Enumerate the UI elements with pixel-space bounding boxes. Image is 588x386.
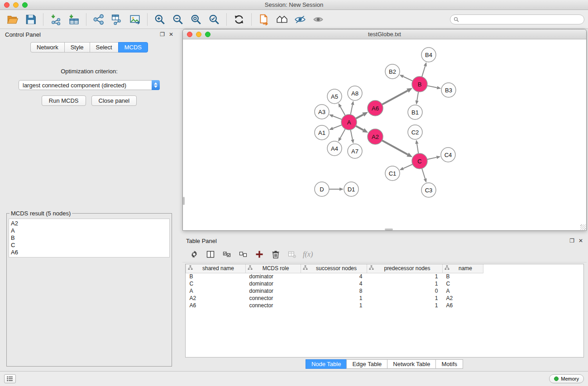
network-edge[interactable] [340, 129, 345, 138]
column-header-MCDS-role[interactable]: MCDS role [246, 264, 301, 273]
network-node[interactable]: A2 [368, 129, 383, 144]
table-cell[interactable]: 0 [367, 287, 443, 295]
network-node[interactable]: B1 [408, 105, 422, 119]
tab-mcds[interactable]: MCDS [118, 42, 148, 52]
home-button[interactable] [273, 11, 291, 28]
table-cell[interactable]: 1 [367, 295, 443, 302]
network-node[interactable]: A4 [327, 141, 342, 156]
delete-row-button[interactable] [268, 248, 283, 261]
table-cell[interactable]: 1 [301, 302, 367, 309]
style-visibility-button[interactable] [291, 11, 309, 28]
import-table-disabled-button[interactable] [285, 248, 299, 261]
network-edge[interactable] [356, 114, 363, 119]
float-panel-icon[interactable]: ❐ [160, 32, 165, 37]
table-cell[interactable]: C [443, 280, 483, 287]
table-cell[interactable]: 1 [301, 295, 367, 302]
network-node[interactable]: A [341, 114, 357, 130]
table-cell[interactable]: dominator [246, 287, 301, 295]
column-visibility-button[interactable] [203, 248, 218, 261]
minimize-window-button[interactable] [13, 2, 19, 8]
network-node[interactable]: B4 [421, 48, 436, 62]
network-edge[interactable] [427, 86, 437, 87]
table-cell[interactable]: A [443, 287, 483, 295]
table-cell[interactable]: A2 [443, 295, 483, 302]
network-canvas[interactable]: AA6A2BCA5A8A3A1A4A7B1B2B3B4C1C2C3C4DD1 [183, 39, 586, 230]
import-table-button[interactable] [65, 11, 83, 28]
tab-style[interactable]: Style [64, 42, 90, 52]
search-input[interactable] [450, 14, 584, 24]
network-node[interactable]: C2 [408, 125, 422, 139]
network-edge[interactable] [403, 76, 413, 81]
network-edge[interactable] [417, 144, 418, 154]
network-node[interactable]: A8 [348, 86, 362, 100]
table-cell[interactable]: dominator [246, 280, 301, 287]
table-row[interactable]: A2connector11A2 [186, 295, 483, 302]
column-header-predecessor-nodes[interactable]: predecessor nodes [367, 264, 443, 273]
zoom-fit-button[interactable] [187, 11, 205, 28]
network-edge[interactable] [340, 107, 345, 116]
table-cell[interactable]: 8 [301, 287, 367, 295]
table-cell[interactable]: A2 [186, 295, 246, 302]
network-node[interactable]: B3 [441, 83, 456, 97]
network-edge[interactable] [350, 130, 352, 140]
network-node[interactable]: D1 [344, 182, 359, 196]
network-edge[interactable] [417, 92, 418, 101]
network-edge[interactable] [350, 105, 352, 114]
minimize-window-button[interactable] [196, 32, 201, 37]
table-cell[interactable]: 4 [301, 280, 367, 287]
table-cell[interactable]: connector [246, 302, 301, 309]
network-node[interactable]: A5 [327, 89, 342, 104]
column-header-shared-name[interactable]: shared name [186, 264, 246, 273]
network-node[interactable]: A3 [315, 105, 329, 119]
close-panel-icon[interactable]: ✕ [578, 238, 583, 243]
network-node[interactable]: C4 [441, 148, 455, 162]
network-edge[interactable] [382, 91, 408, 105]
table-cell[interactable]: A6 [186, 302, 246, 309]
tab-network[interactable]: Network [30, 42, 65, 52]
table-cell[interactable]: 1 [367, 280, 443, 287]
network-edge[interactable] [422, 168, 425, 179]
network-node[interactable]: C [412, 153, 427, 169]
mcds-result-item[interactable]: A2 [11, 220, 167, 227]
network-node[interactable]: A1 [315, 125, 329, 140]
table-row[interactable]: Bdominator41B [186, 273, 483, 280]
new-table-button[interactable] [108, 11, 126, 28]
open-file-button[interactable] [4, 11, 22, 28]
table-cell[interactable]: A6 [443, 302, 483, 309]
new-network-button[interactable] [90, 11, 108, 28]
network-node[interactable]: C1 [385, 166, 400, 181]
zoom-window-button[interactable] [22, 2, 28, 8]
function-builder-icon[interactable]: f(x) [301, 250, 315, 258]
table-cell[interactable]: A [186, 287, 246, 295]
tab-motifs[interactable]: Motifs [435, 359, 463, 369]
zoom-selected-button[interactable] [205, 11, 223, 28]
table-cell[interactable]: dominator [246, 273, 301, 280]
vertical-scrollbar-thumb[interactable] [183, 197, 185, 205]
tab-select[interactable]: Select [90, 42, 119, 52]
table-cell[interactable]: B [186, 273, 246, 280]
tab-network-table[interactable]: Network Table [387, 359, 436, 369]
network-node[interactable]: A6 [368, 100, 383, 116]
table-cell[interactable]: B [443, 273, 483, 280]
tab-node-table[interactable]: Node Table [306, 359, 347, 369]
network-edge[interactable] [356, 126, 363, 130]
mcds-result-item[interactable]: A6 [11, 249, 167, 256]
network-node[interactable]: D [315, 182, 329, 196]
save-session-button[interactable] [22, 11, 40, 28]
close-window-button[interactable] [4, 2, 10, 8]
mcds-result-item[interactable]: A [11, 227, 167, 234]
import-network-button[interactable] [47, 11, 65, 28]
network-edge[interactable] [427, 157, 437, 160]
network-node[interactable]: B2 [385, 64, 400, 79]
select-all-button[interactable] [220, 248, 234, 261]
zoom-window-button[interactable] [205, 32, 210, 37]
column-header-name[interactable]: name [443, 264, 483, 273]
export-image-button[interactable] [126, 11, 144, 28]
network-edge[interactable] [382, 140, 408, 154]
network-edge[interactable] [403, 164, 413, 168]
resize-grip[interactable] [580, 224, 586, 230]
memory-button[interactable]: Memory [549, 374, 584, 383]
network-node[interactable]: C3 [421, 183, 436, 197]
table-row[interactable]: Cdominator41C [186, 280, 483, 287]
horizontal-scrollbar-thumb[interactable] [385, 229, 393, 230]
